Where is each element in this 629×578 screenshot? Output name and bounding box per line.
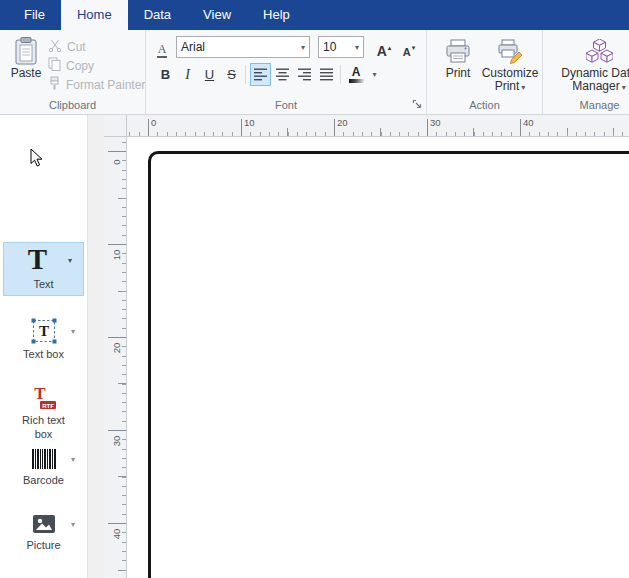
copy-icon (48, 57, 61, 74)
tab-home[interactable]: Home (61, 0, 128, 30)
text-box-icon: T (31, 318, 57, 344)
chevron-down-icon[interactable]: ▾ (68, 255, 72, 264)
font-family-combo[interactable]: Arial ▾ (176, 36, 310, 58)
cut-button: Cut (48, 38, 86, 55)
tool-label: Rich text box (14, 414, 74, 441)
tool-text[interactable]: T ▾ Text (3, 242, 84, 296)
ribbon: Paste Cut C (0, 30, 629, 115)
rich-text-box-icon: T RTF (31, 384, 57, 410)
label-page[interactable] (148, 151, 629, 578)
grow-font-button[interactable]: A ▴ (372, 36, 396, 60)
design-canvas[interactable] (127, 137, 629, 578)
ruler-major-tick (148, 119, 149, 136)
ruler-number: 30 (430, 117, 441, 128)
tool-picture[interactable]: ▾ Picture (3, 511, 84, 553)
underline-button[interactable]: U (199, 63, 220, 86)
paste-button[interactable]: Paste (6, 33, 46, 80)
print-button[interactable]: Print (437, 33, 479, 80)
align-left-button[interactable] (250, 63, 271, 86)
tool-label: Barcode (14, 474, 74, 488)
toolbox-scrollbar[interactable] (87, 115, 104, 578)
ruler-number: 20 (109, 337, 123, 360)
ruler-major-tick (241, 119, 242, 136)
chevron-down-icon: ▾ (372, 70, 376, 79)
chevron-down-icon: ▾ (521, 83, 525, 92)
copy-button: Copy (48, 57, 94, 74)
vertical-ruler: 010203040 (104, 137, 127, 578)
horizontal-ruler: 010203040 (127, 115, 629, 137)
ruler-number: 10 (244, 117, 255, 128)
ruler-minor-ticks (127, 132, 629, 136)
group-font: A Arial ▾ 10 ▾ A ▴ A ▾ B I U S (146, 30, 427, 114)
customize-print-label-2: Print (495, 79, 520, 93)
svg-text:T: T (38, 323, 48, 339)
barcode-icon (32, 449, 56, 469)
group-title-manage: Manage (543, 99, 629, 111)
group-title-clipboard: Clipboard (0, 99, 145, 111)
font-color-button[interactable]: A (344, 63, 368, 86)
picture-icon (32, 514, 56, 534)
group-action: Print Customize Print▾ Action (427, 30, 543, 114)
tab-view[interactable]: View (187, 0, 247, 30)
tool-label: Picture (14, 539, 74, 553)
tool-text-box[interactable]: T ▾ Text box (3, 316, 84, 362)
separator (245, 65, 246, 84)
ruler-major-tick (520, 119, 521, 136)
font-family-value: Arial (181, 40, 298, 54)
tab-data[interactable]: Data (128, 0, 187, 30)
customize-print-button[interactable]: Customize Print▾ (481, 33, 539, 94)
font-color-dropdown[interactable]: ▾ (368, 63, 381, 86)
chevron-down-icon: ▾ (352, 43, 359, 52)
tool-label: Text (14, 278, 74, 292)
print-icon (445, 35, 471, 67)
text-tool-icon: T (28, 244, 47, 275)
tab-help[interactable]: Help (247, 0, 306, 30)
label-designer-window: File Home Data View Help Paste (0, 0, 629, 578)
align-justify-button[interactable] (316, 63, 337, 86)
font-size-combo[interactable]: 10 ▾ (318, 36, 364, 58)
align-right-icon (297, 68, 312, 81)
paste-icon (13, 35, 39, 67)
ruler-number: 0 (151, 117, 156, 128)
tab-file[interactable]: File (8, 0, 61, 30)
ruler-number: 10 (109, 244, 123, 267)
font-color-swatch (349, 79, 364, 83)
toolbox-panel: T ▾ Text T ▾ Text box (0, 115, 87, 578)
chevron-down-icon[interactable]: ▾ (71, 520, 75, 529)
font-dialog-launcher[interactable] (411, 98, 423, 110)
chevron-down-icon: ▾ (298, 43, 305, 52)
shrink-font-button[interactable]: A ▾ (398, 36, 420, 60)
align-center-icon (275, 68, 290, 81)
tool-label: Text box (14, 348, 74, 362)
strikethrough-button[interactable]: S (221, 63, 242, 86)
copy-label: Copy (66, 59, 94, 73)
ruler-minor-ticks (122, 137, 126, 578)
tool-rectangle[interactable]: Rectangle (3, 574, 84, 578)
format-painter-label: Format Painter (66, 78, 145, 92)
dynamic-data-manager-icon (586, 35, 613, 67)
tool-barcode[interactable]: ▾ Barcode (3, 446, 84, 488)
align-justify-icon (319, 68, 334, 81)
dialog-launcher-icon (412, 99, 422, 109)
ruler-number: 0 (109, 151, 123, 174)
bold-button[interactable]: B (155, 63, 176, 86)
ruler-major-tick (334, 119, 335, 136)
print-label: Print (446, 67, 471, 80)
cut-label: Cut (67, 40, 86, 54)
customize-print-icon (497, 35, 524, 67)
format-painter-button: Format Painter (48, 76, 145, 93)
italic-button[interactable]: I (177, 63, 198, 86)
ruler-number: 40 (109, 523, 123, 546)
align-right-button[interactable] (294, 63, 315, 86)
dynamic-data-manager-button[interactable]: Dynamic Data Manager▾ (555, 33, 629, 94)
ddm-label-2: Manager (572, 79, 619, 93)
chevron-down-icon[interactable]: ▾ (71, 327, 75, 336)
format-painter-icon (48, 76, 61, 93)
font-size-value: 10 (323, 40, 352, 54)
align-center-button[interactable] (272, 63, 293, 86)
group-title-font: Font (146, 99, 426, 111)
mouse-cursor (30, 148, 43, 171)
tool-rich-text-box[interactable]: T RTF Rich text box (3, 382, 84, 441)
ruler-corner (104, 115, 127, 137)
chevron-down-icon[interactable]: ▾ (71, 455, 75, 464)
